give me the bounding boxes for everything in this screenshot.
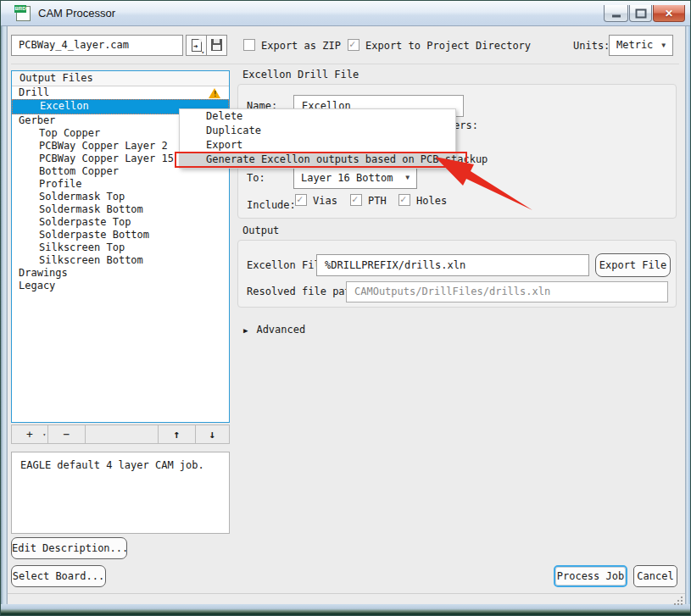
tree-item-label: Solderpaste Top [39, 216, 131, 228]
window-border-left [1, 26, 8, 604]
tree-header: Output Files [12, 71, 229, 86]
tree-item-soldermask-top[interactable]: Soldermask Top [12, 191, 229, 203]
tree-toolbar: +▾ − ↑ ↓ [11, 425, 230, 444]
export-zip-label: Export as ZIP [261, 40, 341, 52]
export-file-button[interactable]: Export File [595, 253, 671, 277]
advanced-label: Advanced [256, 324, 305, 336]
tree-item-label: Drawings [19, 267, 68, 279]
tree-item-profile[interactable]: Profile [12, 178, 229, 191]
units-label: Units: [573, 40, 610, 52]
tree-item-label: Silkscreen Bottom [39, 254, 143, 266]
tree-item-solderpaste-bottom[interactable]: Solderpaste Bottom [12, 229, 229, 241]
tree-item-label: Gerber [19, 114, 55, 126]
add-caret-icon: ▾ [42, 425, 46, 443]
tree-item-label: Excellon [40, 100, 89, 112]
advanced-expander[interactable]: ▶Advanced [243, 324, 305, 336]
remove-output-button[interactable]: − [48, 425, 86, 443]
include-label: Include: [247, 194, 296, 216]
tree-item-label: Profile [39, 178, 82, 190]
cam-file-input[interactable]: PCBWay_4_layer.cam [11, 35, 183, 56]
tree-toolbar-spacer [86, 425, 159, 443]
annotation-arrow [408, 145, 552, 225]
save-job-button[interactable] [206, 35, 227, 56]
add-output-button[interactable]: +▾ [12, 425, 48, 443]
warning-icon [209, 88, 220, 98]
include-pth-checkbox[interactable]: ✓ [350, 194, 362, 206]
tree-item-label: Top Copper [39, 127, 100, 139]
to-label: To: [247, 167, 265, 189]
down-arrow-icon: ↓ [209, 428, 216, 441]
include-pth-label: PTH [368, 195, 387, 207]
menu-item-delete[interactable]: Delete [180, 109, 455, 124]
up-arrow-icon: ↑ [174, 428, 181, 441]
select-board-button[interactable]: Select Board... [11, 565, 106, 587]
tree-item-soldermask-bottom[interactable]: Soldermask Bottom [12, 203, 229, 216]
toolbar-separator [11, 64, 679, 64]
chevron-down-icon: ▼ [661, 36, 666, 56]
to-layer-dropdown[interactable]: Layer 16 Bottom ▼ [293, 167, 417, 189]
export-project-dir-label: Export to Project Directory [365, 40, 531, 52]
window-border-bottom [1, 604, 691, 616]
title-bar[interactable]: BRD CAM Processor ✕ [1, 1, 691, 26]
window-border-right [685, 26, 691, 604]
status-separator [8, 593, 685, 594]
cancel-button[interactable]: Cancel [633, 565, 677, 587]
tree-item-label: Legacy [19, 280, 55, 291]
minimize-button[interactable] [604, 5, 628, 22]
move-down-button[interactable]: ↓ [196, 425, 229, 443]
close-icon: ✕ [665, 8, 673, 19]
include-vias-checkbox[interactable]: ✓ [295, 194, 307, 206]
tree-item-label: PCBWay Copper Layer 15 [39, 153, 174, 164]
tree-item-label: Soldermask Bottom [39, 203, 143, 215]
edit-description-button[interactable]: Edit Description... [11, 537, 127, 559]
tree-item-drill[interactable]: Drill [12, 86, 229, 99]
save-icon [211, 39, 222, 51]
tree-item-drawings[interactable]: Drawings [12, 267, 229, 280]
export-project-dir-checkbox[interactable]: ✓ [348, 39, 359, 51]
tree-item-legacy[interactable]: Legacy [12, 280, 229, 292]
export-zip-checkbox[interactable]: ✓ [243, 39, 255, 51]
move-up-button[interactable]: ↑ [159, 425, 196, 443]
tree-item-label: Soldermask Top [39, 191, 125, 203]
output-panel-title: Output [242, 225, 279, 236]
process-job-button[interactable]: Process Job [554, 565, 627, 587]
resize-grip[interactable] [674, 597, 684, 607]
resolved-path-field: CAMOutputs/DrillFiles/drills.xln [346, 281, 668, 302]
expander-arrow-icon: ▶ [243, 326, 248, 335]
maximize-button[interactable] [629, 5, 652, 22]
tree-item-label: Drill [19, 86, 49, 98]
job-description-box[interactable]: EAGLE default 4 layer CAM job. [11, 452, 230, 534]
tree-item-label: Bottom Copper [39, 165, 119, 177]
tree-item-label: PCBWay Copper Layer 2 [39, 140, 168, 152]
close-button[interactable]: ✕ [653, 5, 685, 22]
app-brd-icon: BRD [16, 6, 31, 21]
tree-item-label: Solderpaste Bottom [39, 229, 149, 241]
units-dropdown[interactable]: Metric ▼ [609, 35, 673, 56]
open-arrow-icon: ➜ [193, 42, 198, 51]
include-vias-label: Vias [313, 195, 337, 207]
menu-item-duplicate[interactable]: Duplicate [180, 124, 455, 138]
load-caret-icon: ▾ [201, 49, 204, 55]
tree-item-silkscreen-top[interactable]: Silkscreen Top [12, 241, 229, 254]
drill-panel-title: Excellon Drill File [242, 69, 359, 80]
window-title: CAM Processor [38, 7, 115, 19]
minimize-icon [612, 14, 621, 17]
cam-processor-window: BRD CAM Processor ✕ PCBWay_4_layer.cam ➜… [0, 0, 691, 616]
tree-item-silkscreen-bottom[interactable]: Silkscreen Bottom [12, 254, 229, 267]
tree-item-solderpaste-top[interactable]: Solderpaste Top [12, 216, 229, 229]
units-value: Metric [616, 39, 653, 51]
excellon-filename-field[interactable]: %DRILLPREFIX/drills.xln [316, 254, 589, 276]
tree-item-label: Silkscreen Top [39, 241, 125, 253]
maximize-icon [635, 8, 646, 18]
to-layer-value: Layer 16 Bottom [301, 172, 393, 184]
load-job-button[interactable]: ➜ ▾ [186, 35, 207, 56]
